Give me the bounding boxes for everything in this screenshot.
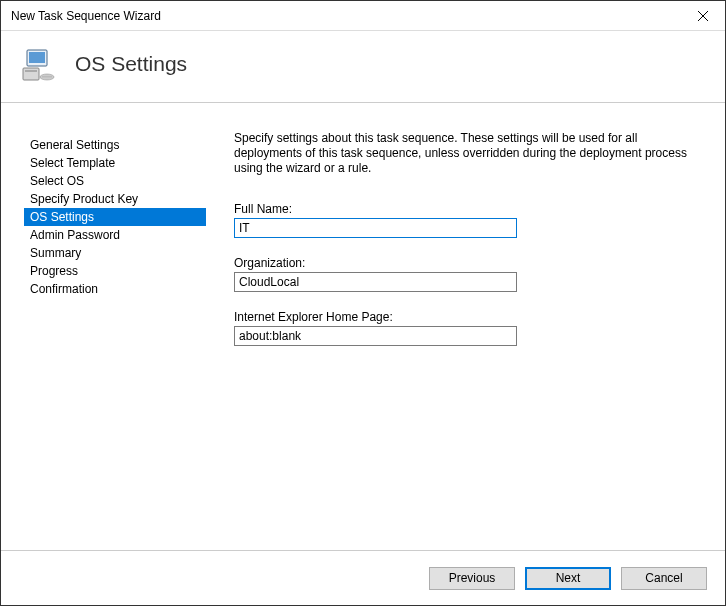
fullname-label: Full Name: xyxy=(234,202,697,216)
titlebar: New Task Sequence Wizard xyxy=(1,1,725,31)
iehome-input[interactable] xyxy=(234,326,517,346)
wizard-footer: Previous Next Cancel xyxy=(1,550,725,605)
sidebar-item-progress[interactable]: Progress xyxy=(24,262,206,280)
sidebar-item-specify-product-key[interactable]: Specify Product Key xyxy=(24,190,206,208)
wizard-content: General Settings Select Template Select … xyxy=(1,116,725,550)
svg-rect-7 xyxy=(42,76,52,78)
close-button[interactable] xyxy=(680,1,725,31)
iehome-label: Internet Explorer Home Page: xyxy=(234,310,697,324)
window-title: New Task Sequence Wizard xyxy=(11,9,161,23)
sidebar-item-summary[interactable]: Summary xyxy=(24,244,206,262)
organization-field-group: Organization: xyxy=(234,256,697,292)
svg-rect-4 xyxy=(23,68,39,80)
computer-icon xyxy=(21,46,57,82)
page-title: OS Settings xyxy=(75,52,187,76)
fullname-input[interactable] xyxy=(234,218,517,238)
sidebar-item-select-os[interactable]: Select OS xyxy=(24,172,206,190)
sidebar-item-os-settings[interactable]: OS Settings xyxy=(24,208,206,226)
sidebar-item-select-template[interactable]: Select Template xyxy=(24,154,206,172)
wizard-sidebar: General Settings Select Template Select … xyxy=(1,131,216,550)
close-icon xyxy=(698,11,708,21)
sidebar-item-general-settings[interactable]: General Settings xyxy=(24,136,206,154)
organization-input[interactable] xyxy=(234,272,517,292)
sidebar-item-confirmation[interactable]: Confirmation xyxy=(24,280,206,298)
wizard-main: Specify settings about this task sequenc… xyxy=(216,131,725,550)
next-button[interactable]: Next xyxy=(525,567,611,590)
svg-rect-5 xyxy=(25,70,37,72)
previous-button[interactable]: Previous xyxy=(429,567,515,590)
wizard-header: OS Settings xyxy=(1,31,725,103)
iehome-field-group: Internet Explorer Home Page: xyxy=(234,310,697,346)
fullname-field-group: Full Name: xyxy=(234,202,697,238)
cancel-button[interactable]: Cancel xyxy=(621,567,707,590)
svg-rect-3 xyxy=(29,52,45,63)
sidebar-item-admin-password[interactable]: Admin Password xyxy=(24,226,206,244)
organization-label: Organization: xyxy=(234,256,697,270)
page-description: Specify settings about this task sequenc… xyxy=(234,131,697,176)
